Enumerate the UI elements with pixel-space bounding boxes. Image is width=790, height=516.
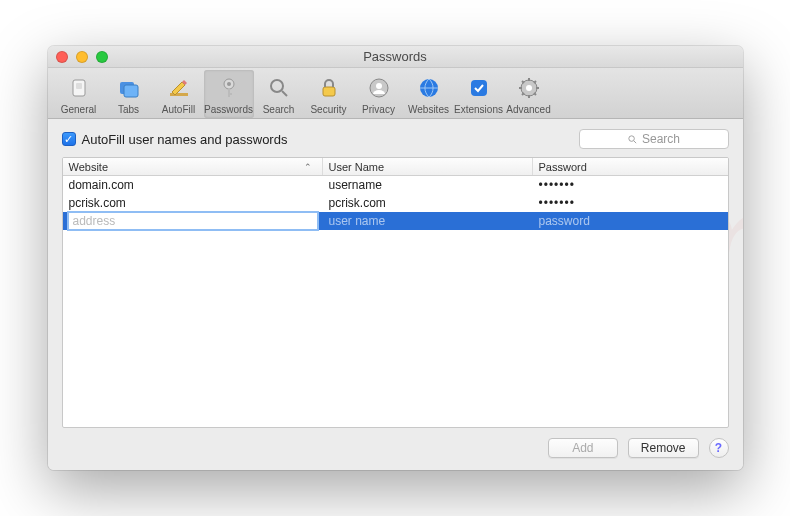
preferences-window: Passwords General Tabs AutoFill Password… <box>48 46 743 470</box>
content-pane: pcrisk.com ✓ AutoFill user names and pas… <box>48 119 743 470</box>
svg-line-12 <box>282 91 287 96</box>
cell-website: pcrisk.com <box>63 194 323 212</box>
extensions-icon <box>465 74 493 102</box>
tab-autofill[interactable]: AutoFill <box>154 70 204 118</box>
svg-rect-13 <box>323 87 335 96</box>
checkmark-icon: ✓ <box>62 132 76 146</box>
svg-rect-17 <box>471 80 487 96</box>
column-password[interactable]: Password <box>533 158 728 175</box>
table-row[interactable]: pcrisk.com pcrisk.com ••••••• <box>63 194 728 212</box>
cell-password: ••••••• <box>533 194 728 212</box>
tab-extensions[interactable]: Extensions <box>454 70 504 118</box>
toolbar: General Tabs AutoFill Passwords Search <box>48 68 743 119</box>
svg-point-19 <box>526 85 532 91</box>
privacy-icon <box>365 74 393 102</box>
sort-caret-icon: ⌃ <box>304 162 312 172</box>
cell-username: pcrisk.com <box>323 194 533 212</box>
globe-icon <box>415 74 443 102</box>
search-icon <box>627 134 638 145</box>
pencil-icon <box>165 74 193 102</box>
svg-rect-10 <box>228 93 232 95</box>
svg-point-11 <box>271 80 283 92</box>
tab-tabs[interactable]: Tabs <box>104 70 154 118</box>
website-input[interactable] <box>69 213 317 229</box>
gear-icon <box>515 74 543 102</box>
tab-websites[interactable]: Websites <box>404 70 454 118</box>
zoom-button[interactable] <box>96 51 108 63</box>
column-website[interactable]: Website ⌃ <box>63 158 323 175</box>
tab-advanced[interactable]: Advanced <box>504 70 554 118</box>
titlebar: Passwords <box>48 46 743 68</box>
svg-point-28 <box>629 135 635 141</box>
column-username[interactable]: User Name <box>323 158 533 175</box>
tab-privacy[interactable]: Privacy <box>354 70 404 118</box>
cell-username-placeholder[interactable]: user name <box>323 212 533 230</box>
cell-password: ••••••• <box>533 176 728 194</box>
switch-icon <box>65 74 93 102</box>
autofill-checkbox-label: AutoFill user names and passwords <box>82 132 288 147</box>
svg-line-25 <box>534 93 536 95</box>
lock-icon <box>315 74 343 102</box>
minimize-button[interactable] <box>76 51 88 63</box>
table-row-editing[interactable]: user name password <box>63 212 728 230</box>
window-controls <box>56 51 108 63</box>
svg-rect-9 <box>228 88 230 97</box>
cell-website-editing[interactable] <box>63 212 323 230</box>
tab-general[interactable]: General <box>54 70 104 118</box>
cell-website: domain.com <box>63 176 323 194</box>
search-input[interactable]: Search <box>579 129 729 149</box>
cell-username: username <box>323 176 533 194</box>
svg-point-8 <box>227 82 231 86</box>
tab-security[interactable]: Security <box>304 70 354 118</box>
table-body: domain.com username ••••••• pcrisk.com p… <box>63 176 728 427</box>
table-row[interactable]: domain.com username ••••••• <box>63 176 728 194</box>
svg-line-29 <box>634 140 636 142</box>
top-row: ✓ AutoFill user names and passwords Sear… <box>62 129 729 149</box>
tab-passwords[interactable]: Passwords <box>204 70 254 118</box>
key-icon <box>215 74 243 102</box>
add-button[interactable]: Add <box>548 438 618 458</box>
svg-line-24 <box>522 81 524 83</box>
svg-line-27 <box>534 81 536 83</box>
svg-line-26 <box>522 93 524 95</box>
svg-point-15 <box>376 83 382 89</box>
svg-rect-3 <box>124 85 138 97</box>
tabs-icon <box>115 74 143 102</box>
cell-password-placeholder[interactable]: password <box>533 212 728 230</box>
svg-rect-4 <box>170 93 188 96</box>
svg-rect-1 <box>76 83 82 89</box>
autofill-checkbox[interactable]: ✓ AutoFill user names and passwords <box>62 132 288 147</box>
remove-button[interactable]: Remove <box>628 438 699 458</box>
passwords-table: Website ⌃ User Name Password domain.com … <box>62 157 729 428</box>
table-header: Website ⌃ User Name Password <box>63 158 728 176</box>
close-button[interactable] <box>56 51 68 63</box>
help-button[interactable]: ? <box>709 438 729 458</box>
tab-search[interactable]: Search <box>254 70 304 118</box>
footer-buttons: Add Remove ? <box>62 438 729 458</box>
window-title: Passwords <box>48 49 743 64</box>
search-placeholder: Search <box>642 132 680 146</box>
magnifier-icon <box>265 74 293 102</box>
